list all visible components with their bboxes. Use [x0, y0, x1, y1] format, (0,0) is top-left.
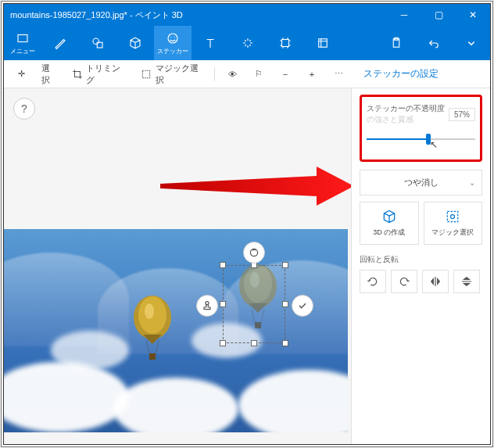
svg-marker-23 [160, 167, 351, 206]
svg-line-12 [146, 341, 149, 354]
svg-point-25 [451, 215, 455, 219]
close-button[interactable]: ✕ [456, 4, 490, 26]
resize-handle[interactable] [282, 262, 288, 268]
cube-icon [128, 36, 142, 50]
svg-point-22 [206, 302, 209, 305]
sticker-icon [166, 31, 180, 45]
brushes-tab[interactable] [41, 26, 79, 60]
maximize-button[interactable]: ▢ [421, 4, 456, 26]
resize-handle[interactable] [282, 340, 288, 346]
svg-rect-4 [282, 40, 289, 47]
annotation-arrow [160, 167, 351, 213]
balloon-gold [129, 296, 176, 369]
svg-point-3 [168, 34, 177, 43]
stickers-tab[interactable]: ステッカー [154, 26, 192, 60]
minimize-button[interactable]: ─ [387, 4, 421, 26]
ribbon: メニュー ステッカー [4, 26, 490, 60]
canvas-tab[interactable] [267, 26, 304, 60]
svg-point-1 [93, 38, 99, 45]
cube-icon [381, 209, 397, 224]
minus-icon: − [279, 68, 292, 81]
canvas-area[interactable]: ? [4, 88, 351, 444]
rotate-ccw-icon [367, 275, 379, 288]
crop-icon [72, 68, 84, 81]
selection-box[interactable] [223, 265, 285, 343]
rotate-label: 回転と反転 [360, 254, 482, 265]
highlighted-region: ステッカーの不透明度の強さと質感 57% ↖ [360, 95, 482, 162]
paste-button[interactable] [378, 26, 415, 60]
pointer-icon: ✛ [15, 68, 27, 81]
eye-icon: 👁 [226, 68, 238, 81]
flag-icon: ⚐ [252, 68, 265, 81]
history-button[interactable] [453, 26, 490, 60]
flip-vertical-button[interactable] [453, 270, 480, 293]
app-window: mountains-1985027_1920.jpg* - ペイント 3D ─ … [3, 3, 491, 445]
flip-h-icon [429, 275, 442, 288]
shapes2d-icon [91, 36, 105, 50]
svg-rect-24 [448, 211, 458, 221]
rotate-ccw-button[interactable] [360, 270, 386, 293]
resize-handle[interactable] [220, 262, 226, 268]
window-title: mountains-1985027_1920.jpg* - ペイント 3D [4, 9, 387, 21]
secondary-toolbar: ✛ 選択 トリミング マジック選択 👁 ⚐ − + ⋯ ステッカーの設定 [4, 60, 490, 88]
separator [214, 67, 215, 81]
rotate-cw-icon [398, 275, 410, 288]
resize-handle[interactable] [220, 340, 226, 346]
resize-handle[interactable] [251, 340, 257, 346]
mixed-reality-button[interactable]: ⚐ [246, 65, 271, 84]
canvas-icon [278, 36, 292, 50]
flip-horizontal-button[interactable] [422, 270, 449, 293]
shapes2d-tab[interactable] [79, 26, 116, 60]
magic-select-tool[interactable]: マジック選択 [134, 59, 209, 89]
menu-button[interactable]: メニュー [4, 26, 41, 60]
undo-icon [427, 36, 441, 50]
text-icon [203, 36, 217, 50]
magic-select-tile[interactable]: マジック選択 [424, 202, 483, 245]
plus-icon: + [306, 68, 318, 81]
effects-tab[interactable] [229, 26, 267, 60]
pointer-tool[interactable]: ✛ [9, 65, 34, 84]
undo-button[interactable] [415, 26, 453, 60]
titlebar: mountains-1985027_1920.jpg* - ペイント 3D ─ … [4, 4, 490, 26]
clipboard-icon [389, 36, 403, 50]
side-panel: ステッカーの不透明度の強さと質感 57% ↖ つや消し ⌄ 3D の作成 [351, 88, 490, 444]
canvas-image [4, 229, 348, 432]
svg-point-21 [250, 249, 257, 256]
svg-rect-5 [319, 39, 328, 48]
svg-line-13 [156, 341, 159, 354]
resize-handle[interactable] [282, 301, 288, 307]
more-button[interactable]: ⋯ [326, 65, 351, 84]
flip-v-icon [460, 275, 473, 288]
text-tab[interactable] [192, 26, 229, 60]
help-button[interactable]: ? [13, 98, 35, 120]
magic-select-icon [445, 209, 460, 224]
shapes3d-tab[interactable] [116, 26, 154, 60]
view3d-button[interactable]: 👁 [220, 65, 245, 84]
svg-point-11 [145, 303, 154, 319]
svg-rect-14 [149, 353, 156, 360]
opacity-slider[interactable]: ↖ [367, 133, 475, 145]
window-icon [16, 31, 30, 45]
rotate-z-button[interactable] [243, 242, 265, 263]
select-tool[interactable]: 選択 [35, 59, 64, 89]
commit-button[interactable] [292, 295, 313, 317]
library-icon [316, 36, 330, 50]
resize-handle[interactable] [220, 301, 226, 307]
zoom-out-button[interactable]: − [273, 65, 298, 84]
matte-row[interactable]: つや消し ⌄ [360, 170, 482, 195]
effects-icon [241, 36, 255, 50]
svg-rect-0 [18, 34, 27, 41]
make-3d-tile[interactable]: 3D の作成 [360, 202, 419, 245]
magic-icon [141, 68, 152, 81]
chevron-down-icon [464, 36, 478, 50]
cursor-icon: ↖ [430, 139, 438, 150]
zoom-in-button[interactable]: + [299, 65, 324, 84]
chevron-down-icon: ⌄ [469, 178, 475, 187]
opacity-label: ステッカーの不透明度の強さと質感 [367, 103, 449, 125]
library-tab[interactable] [304, 26, 342, 60]
dots-icon: ⋯ [332, 68, 345, 81]
panel-title: ステッカーの設定 [354, 67, 485, 81]
stamp-button[interactable] [196, 295, 218, 317]
crop-tool[interactable]: トリミング [66, 59, 133, 89]
rotate-cw-button[interactable] [391, 270, 417, 293]
